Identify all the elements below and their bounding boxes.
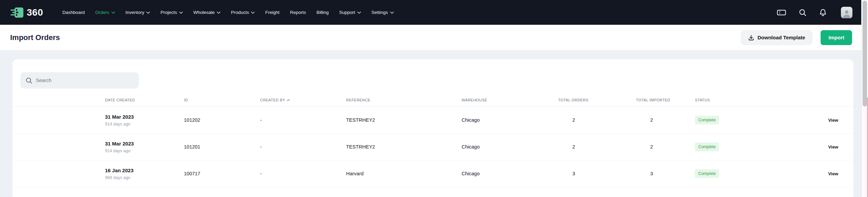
import-orders-table: DATE CREATED ID CREATED BY REFE xyxy=(13,88,853,187)
days-ago: 914 days ago xyxy=(105,149,184,153)
column-id[interactable]: ID xyxy=(184,88,260,107)
header-actions: Download Template Import xyxy=(741,30,852,45)
nav-item-label: Products xyxy=(231,10,249,15)
import-orders-card: DATE CREATED ID CREATED BY REFE xyxy=(13,59,853,197)
nav-item-orders[interactable]: Orders xyxy=(95,10,115,15)
nav-item-label: Support xyxy=(339,10,355,15)
sort-asc-icon xyxy=(287,99,290,101)
nav-item-label: Settings xyxy=(372,10,388,15)
nav-menu: Dashboard Orders Inventory Projects Whol… xyxy=(62,10,394,15)
nav-item-inventory[interactable]: Inventory xyxy=(126,10,150,15)
table-row[interactable]: 16 Jan 2023 988 days ago 100717 - Harvar… xyxy=(13,160,853,187)
top-navbar: 360 Dashboard Orders Inventory Projects xyxy=(0,0,861,25)
total-orders: 3 xyxy=(558,160,636,187)
chevron-down-icon xyxy=(390,10,394,15)
nav-item-label: Orders xyxy=(95,10,109,15)
column-status[interactable]: STATUS xyxy=(695,88,808,107)
column-created-by[interactable]: CREATED BY xyxy=(260,88,346,107)
chevron-down-icon xyxy=(251,10,255,15)
column-icon-spacer xyxy=(13,88,105,107)
table-row[interactable]: 31 Mar 2023 914 days ago 101201 - TESTRH… xyxy=(13,134,853,160)
order-id: 100717 xyxy=(184,160,260,187)
search-icon xyxy=(26,77,32,84)
logo-360-icon xyxy=(10,6,24,19)
created-by: - xyxy=(260,107,346,134)
date-created: 31 Mar 2023 xyxy=(105,114,184,120)
column-created-by-label: CREATED BY xyxy=(260,98,285,102)
view-link[interactable]: View xyxy=(828,118,838,123)
status-badge: Complete xyxy=(695,169,719,178)
column-actions xyxy=(808,88,853,107)
nav-item-billing[interactable]: Billing xyxy=(316,10,329,15)
import-button[interactable]: Import xyxy=(821,30,852,45)
nav-item-support[interactable]: Support xyxy=(339,10,361,15)
nav-item-freight[interactable]: Freight xyxy=(265,10,279,15)
import-orders-page: 360 Dashboard Orders Inventory Projects xyxy=(0,0,868,197)
days-ago: 988 days ago xyxy=(105,175,184,180)
chevron-down-icon xyxy=(357,10,361,15)
date-created: 16 Jan 2023 xyxy=(105,168,184,173)
total-imported: 2 xyxy=(636,134,695,160)
view-link[interactable]: View xyxy=(828,171,838,176)
download-template-button[interactable]: Download Template xyxy=(741,30,813,45)
warehouse: Chicago xyxy=(462,160,558,187)
reference: TESTRHEY2 xyxy=(346,107,462,134)
scrollbar-thumb[interactable] xyxy=(863,1,867,106)
column-warehouse[interactable]: WAREHOUSE xyxy=(462,88,558,107)
total-orders: 2 xyxy=(558,107,636,134)
chevron-down-icon xyxy=(146,10,150,15)
order-id: 101201 xyxy=(184,134,260,160)
nav-item-projects[interactable]: Projects xyxy=(161,10,183,15)
total-imported: 3 xyxy=(636,160,695,187)
table-header-row: DATE CREATED ID CREATED BY REFE xyxy=(13,88,853,107)
total-orders: 2 xyxy=(558,134,636,160)
nav-item-label: Dashboard xyxy=(62,10,85,15)
nav-item-products[interactable]: Products xyxy=(231,10,255,15)
avatar[interactable] xyxy=(841,7,852,18)
logo-text: 360 xyxy=(27,7,43,18)
table-row[interactable]: 31 Mar 2023 914 days ago 101202 - TESTRH… xyxy=(13,107,853,134)
search-input[interactable] xyxy=(36,78,133,83)
nav-item-label: Reports xyxy=(290,10,306,15)
nav-item-label: Freight xyxy=(265,10,279,15)
nav-item-label: Projects xyxy=(161,10,177,15)
download-icon xyxy=(748,35,754,41)
reference: TESTRHEY2 xyxy=(346,134,462,160)
chevron-down-icon xyxy=(217,10,220,15)
order-id: 101202 xyxy=(184,107,260,134)
nav-item-label: Wholesale xyxy=(193,10,215,15)
warehouse: Chicago xyxy=(462,107,558,134)
chevron-down-icon xyxy=(111,10,115,15)
person-icon xyxy=(842,9,851,18)
ticket-icon[interactable] xyxy=(777,9,786,16)
navbar-actions xyxy=(777,7,852,18)
nav-item-wholesale[interactable]: Wholesale xyxy=(193,10,220,15)
total-imported: 2 xyxy=(636,107,695,134)
bell-icon[interactable] xyxy=(819,8,827,17)
reference: Harvard xyxy=(346,160,462,187)
created-by: - xyxy=(260,134,346,160)
view-link[interactable]: View xyxy=(828,144,838,150)
search-box[interactable] xyxy=(20,72,139,88)
content-area: DATE CREATED ID CREATED BY REFE xyxy=(0,50,861,197)
column-reference[interactable]: REFERENCE xyxy=(346,88,462,107)
created-by: - xyxy=(260,160,346,187)
nav-item-reports[interactable]: Reports xyxy=(290,10,306,15)
page-title: Import Orders xyxy=(10,33,60,42)
column-date-created[interactable]: DATE CREATED xyxy=(105,88,184,107)
chevron-down-icon xyxy=(179,10,183,15)
nav-item-label: Billing xyxy=(316,10,329,15)
nav-item-settings[interactable]: Settings xyxy=(372,10,394,15)
nav-item-dashboard[interactable]: Dashboard xyxy=(62,10,85,15)
column-total-orders[interactable]: TOTAL ORDERS xyxy=(558,88,636,107)
download-template-label: Download Template xyxy=(758,35,805,40)
nav-item-label: Inventory xyxy=(126,10,145,15)
status-badge: Complete xyxy=(695,142,719,151)
app-logo[interactable]: 360 xyxy=(10,6,43,19)
page-header: Import Orders Download Template Import xyxy=(0,25,861,50)
warehouse: Chicago xyxy=(462,134,558,160)
search-icon[interactable] xyxy=(799,9,806,16)
column-total-imported[interactable]: TOTAL IMPORTED xyxy=(636,88,695,107)
days-ago: 914 days ago xyxy=(105,122,184,126)
status-badge: Complete xyxy=(695,116,719,124)
